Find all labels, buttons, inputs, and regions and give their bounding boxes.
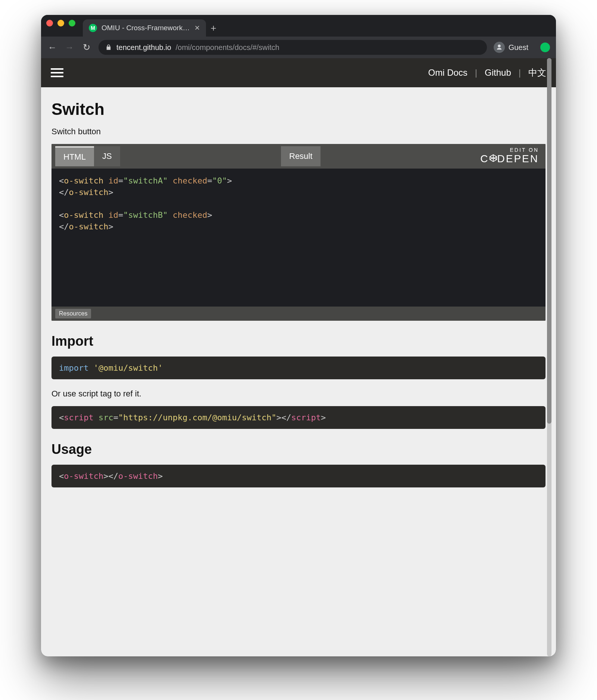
- tab-close-icon[interactable]: ✕: [194, 24, 200, 32]
- titlebar: M OMIU - Cross-Frameworks UI F ✕ +: [41, 15, 556, 37]
- new-tab-button[interactable]: +: [206, 19, 221, 37]
- nav-sep: |: [475, 68, 477, 78]
- traffic-lights: [46, 15, 75, 37]
- tab-favicon: M: [89, 24, 97, 32]
- profile-chip[interactable]: Guest: [494, 42, 528, 53]
- codepen-edit-link[interactable]: EDIT ON CDEPEN: [480, 147, 539, 165]
- minimize-window-button[interactable]: [57, 20, 64, 26]
- browser-window: M OMIU - Cross-Frameworks UI F ✕ + ← → ↻…: [41, 15, 556, 656]
- address-bar[interactable]: tencent.github.io/omi/components/docs/#/…: [99, 40, 487, 55]
- profile-label: Guest: [509, 43, 528, 52]
- codepen-tab-html[interactable]: HTML: [55, 146, 94, 166]
- codepen-tab-result[interactable]: Result: [281, 146, 321, 166]
- back-button[interactable]: ←: [47, 42, 57, 53]
- codepen-logo: CDEPEN: [480, 153, 539, 165]
- scrollbar[interactable]: [547, 58, 551, 656]
- codepen-code: <o-switch id="switchA" checked="0"> </o-…: [51, 169, 546, 307]
- codepen-footer: Resources: [51, 307, 546, 321]
- app-header: Omi Docs | Github | 中文: [41, 58, 556, 87]
- heading-usage: Usage: [51, 442, 546, 457]
- codepen-embed: HTML JS Result EDIT ON CDEPEN <o-switch …: [51, 144, 546, 321]
- page-subtitle: Switch button: [51, 127, 546, 136]
- page-title: Switch: [51, 100, 546, 119]
- code-script-tag: <script src="https://unpkg.com/@omiu/swi…: [51, 406, 546, 429]
- heading-import: Import: [51, 333, 546, 349]
- code-usage: <o-switch></o-switch>: [51, 465, 546, 487]
- codepen-toolbar: HTML JS Result EDIT ON CDEPEN: [51, 144, 546, 169]
- nav-github[interactable]: Github: [485, 68, 511, 78]
- avatar-icon: [494, 42, 505, 53]
- codepen-edit-on-label: EDIT ON: [480, 147, 539, 153]
- tab-title: OMIU - Cross-Frameworks UI F: [101, 24, 190, 32]
- close-window-button[interactable]: [46, 20, 53, 26]
- page-viewport: Omi Docs | Github | 中文 Switch Switch but…: [41, 58, 556, 656]
- nav-lang[interactable]: 中文: [528, 67, 546, 79]
- code-import: import '@omiu/switch': [51, 357, 546, 379]
- extension-icon[interactable]: [540, 43, 550, 52]
- maximize-window-button[interactable]: [69, 20, 75, 26]
- header-nav: Omi Docs | Github | 中文: [428, 67, 546, 79]
- nav-docs[interactable]: Omi Docs: [428, 68, 467, 78]
- codepen-tab-js[interactable]: JS: [94, 146, 120, 166]
- url-domain: tencent.github.io: [116, 43, 171, 52]
- scrollbar-thumb[interactable]: [547, 58, 551, 424]
- nav-sep: |: [519, 68, 521, 78]
- or-text: Or use script tag to ref it.: [51, 389, 546, 399]
- codepen-resources-button[interactable]: Resources: [55, 309, 91, 318]
- menu-icon[interactable]: [51, 68, 63, 77]
- browser-tab[interactable]: M OMIU - Cross-Frameworks UI F ✕: [83, 19, 206, 37]
- lock-icon: [105, 44, 112, 51]
- reload-button[interactable]: ↻: [81, 42, 92, 53]
- browser-toolbar: ← → ↻ tencent.github.io/omi/components/d…: [41, 37, 556, 58]
- forward-button[interactable]: →: [64, 42, 75, 53]
- url-path: /omi/components/docs/#/switch: [176, 43, 279, 52]
